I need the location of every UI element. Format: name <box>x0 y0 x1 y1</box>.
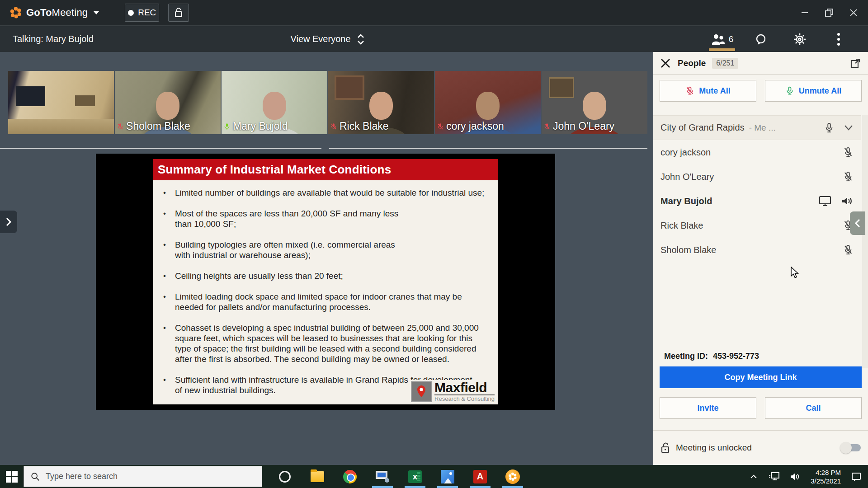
volume-icon[interactable] <box>787 465 803 488</box>
copy-meeting-link-button[interactable]: Copy Meeting Link <box>660 366 862 388</box>
network-icon[interactable] <box>766 465 783 488</box>
start-button[interactable] <box>0 465 24 488</box>
participant-video-name: cory jackson <box>446 120 504 132</box>
logo-name: Maxfield <box>434 381 495 394</box>
cortana-icon <box>279 471 291 483</box>
invite-button[interactable]: Invite <box>660 397 756 419</box>
video-tile[interactable]: John O'Leary <box>542 71 647 134</box>
mic-muted-icon <box>543 123 551 130</box>
file-explorer-button[interactable] <box>301 465 334 488</box>
panel-bottom-section: Meeting ID: 453-952-773 Copy Meeting Lin… <box>653 348 868 419</box>
mic-muted-icon <box>330 123 337 130</box>
minimize-button[interactable] <box>796 5 814 20</box>
video-tile[interactable]: Mary Bujold <box>222 71 327 134</box>
mic-muted-icon[interactable] <box>843 244 853 255</box>
unmute-all-button[interactable]: Unmute All <box>765 80 862 102</box>
slide-bullet: Ceiling heights are usually less than 20… <box>175 271 479 281</box>
invite-call-row: Invite Call <box>660 397 862 419</box>
participant-name: Sholom Blake <box>660 245 716 255</box>
settings-button[interactable] <box>780 26 819 52</box>
shared-screen: Summary of Industrial Market Conditions … <box>96 154 555 410</box>
mic-muted-icon[interactable] <box>843 147 853 158</box>
acrobat-icon: A <box>473 470 487 483</box>
video-tile[interactable]: cory jackson <box>435 71 541 134</box>
participant-count-badge: 6/251 <box>712 58 738 69</box>
gotomeeting-daisy-icon <box>9 6 23 19</box>
participant-row[interactable]: John O'Leary <box>653 164 861 189</box>
participant-name: Mary Bujold <box>660 196 712 206</box>
view-mode-selector[interactable]: View Everyone <box>0 26 656 52</box>
expand-left-panel-handle[interactable] <box>0 211 17 233</box>
action-center-button[interactable] <box>848 465 864 488</box>
more-options-button[interactable] <box>819 26 858 52</box>
video-tile[interactable]: Rick Blake <box>328 71 434 134</box>
gotomeeting-menu[interactable]: GoToMeeting <box>9 6 99 19</box>
panel-scrollbar[interactable] <box>862 115 868 368</box>
maxfield-logo: Maxfield Research & Consulting <box>409 380 496 404</box>
slide-title: Summary of Industrial Market Conditions <box>153 159 498 180</box>
chevron-left-icon <box>854 219 861 228</box>
slide-bullet: Most of the spaces are less than 20,000 … <box>175 208 406 229</box>
search-input[interactable] <box>46 472 236 481</box>
app-title: GoToMeeting <box>26 7 88 19</box>
close-button[interactable] <box>844 5 863 20</box>
mute-all-button[interactable]: Mute All <box>660 80 756 102</box>
chrome-button[interactable] <box>334 465 366 488</box>
logo-tagline: Research & Consulting <box>434 394 495 403</box>
mic-muted-icon[interactable] <box>843 171 853 182</box>
collapse-right-panel-handle[interactable] <box>850 211 865 235</box>
meeting-toolbar: Talking: Mary Bujold View Everyone 6 <box>0 26 868 52</box>
slide-bullet: Limited number of buildings are availabl… <box>175 188 486 198</box>
invite-label: Invite <box>697 404 718 413</box>
toolbar-icons: 6 <box>703 26 858 52</box>
participant-row[interactable]: Rick Blake <box>653 213 861 238</box>
taskbar-search[interactable] <box>24 466 262 487</box>
unlocked-padlock-icon <box>660 442 670 454</box>
participant-name: John O'Leary <box>660 172 714 182</box>
mic-green-icon <box>785 86 794 96</box>
gotomeeting-window: GoToMeeting REC Talking: Mary Bujold Vie… <box>0 0 868 488</box>
participant-video-name: Sholom Blake <box>126 120 190 132</box>
record-dot-icon <box>128 10 134 16</box>
meeting-id: Meeting ID: 453-952-773 <box>653 348 868 366</box>
call-button[interactable]: Call <box>765 397 862 419</box>
participant-row[interactable]: Mary Bujold <box>653 189 861 213</box>
remote-desktop-button[interactable] <box>366 465 399 488</box>
video-tile[interactable]: City of Grand Rapi... <box>8 71 114 134</box>
chevron-down-icon[interactable] <box>844 125 853 131</box>
photos-icon <box>441 470 454 483</box>
participant-row[interactable]: City of Grand Rapids - Me ... <box>653 116 861 140</box>
popout-panel-button[interactable] <box>850 58 861 69</box>
clock-time: 4:28 PM <box>811 468 841 477</box>
excel-button[interactable]: x <box>399 465 431 488</box>
acrobat-button[interactable]: A <box>464 465 496 488</box>
restore-button[interactable] <box>820 5 838 20</box>
people-panel-button[interactable]: 6 <box>703 26 741 52</box>
video-tile[interactable]: Sholom Blake <box>115 71 221 134</box>
taskbar-app-icons: x A <box>269 465 529 488</box>
participant-name: cory jackson <box>660 147 711 158</box>
participant-row[interactable]: Sholom Blake <box>653 238 861 262</box>
gear-icon <box>793 33 807 46</box>
system-tray: 4:28 PM 3/25/2021 <box>745 465 864 488</box>
file-explorer-icon <box>311 471 324 482</box>
photos-button[interactable] <box>431 465 464 488</box>
slide-bullet: Building typologies are often mixed (i.e… <box>175 239 410 260</box>
record-button[interactable]: REC <box>125 4 159 22</box>
gotomeeting-taskbar-button[interactable] <box>496 465 529 488</box>
divider <box>0 148 321 149</box>
mic-on-icon[interactable] <box>824 122 834 133</box>
lock-meeting-toggle[interactable] <box>840 443 861 452</box>
show-hidden-icons-button[interactable] <box>745 465 762 488</box>
cortana-button[interactable] <box>269 465 301 488</box>
lock-meeting-button[interactable] <box>168 4 189 22</box>
participant-video-name: Rick Blake <box>340 120 389 132</box>
taskbar-clock[interactable]: 4:28 PM 3/25/2021 <box>808 468 844 485</box>
unmute-all-label: Unmute All <box>799 86 841 96</box>
presentation-slide: Summary of Industrial Market Conditions … <box>153 159 498 404</box>
call-label: Call <box>806 404 821 413</box>
participant-row[interactable]: cory jackson <box>653 140 861 164</box>
mic-muted-icon <box>437 123 444 130</box>
close-panel-icon[interactable] <box>660 58 670 68</box>
chat-button[interactable] <box>741 26 780 52</box>
